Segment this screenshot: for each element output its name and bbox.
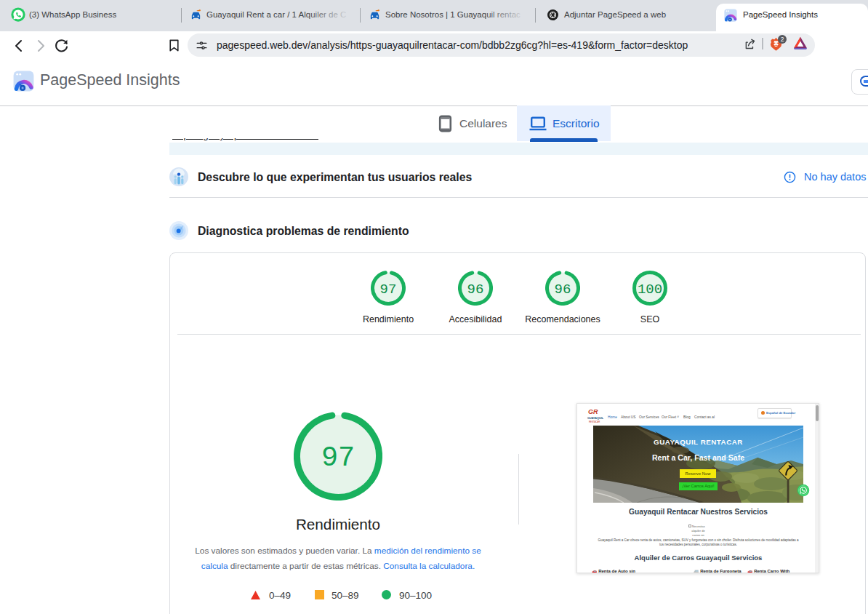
svg-text:97: 97	[321, 442, 355, 474]
svg-text:97: 97	[380, 282, 397, 298]
svg-text:96: 96	[467, 282, 484, 298]
svg-text:96: 96	[555, 282, 571, 298]
svg-text:100: 100	[638, 282, 662, 298]
